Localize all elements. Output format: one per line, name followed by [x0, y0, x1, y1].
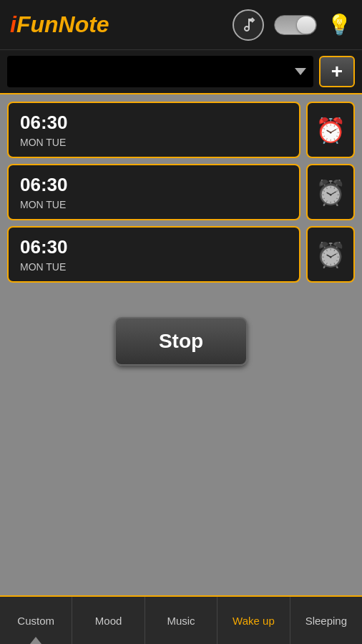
alarm-time-3: 06:30: [20, 236, 288, 258]
alarm-clock-icon-1: ⏰: [315, 116, 346, 145]
logo-i: i: [10, 11, 16, 37]
tab-custom-label: Custom: [17, 615, 54, 627]
alarm-item-1: 06:30 MON TUE ⏰: [7, 102, 355, 158]
app-logo: iFunNote: [10, 11, 109, 38]
bulb-icon[interactable]: 💡: [327, 13, 352, 36]
alarm-info-1[interactable]: 06:30 MON TUE: [7, 102, 300, 158]
dropdown-bar: +: [0, 50, 362, 94]
alarm-days-2: MON TUE: [20, 199, 288, 210]
alarm-clock-icon-2: ⏰: [315, 178, 346, 207]
tab-sleeping-label: Sleeping: [305, 615, 347, 627]
tab-mood-label: Mood: [95, 615, 122, 627]
tab-music[interactable]: Music: [145, 597, 217, 644]
alarm-days-3: MON TUE: [20, 261, 288, 273]
alarm-toggle-3[interactable]: ⏰: [306, 226, 355, 283]
alarm-days-1: MON TUE: [20, 137, 288, 148]
tab-music-label: Music: [167, 615, 195, 627]
header: iFunNote 💡: [0, 0, 362, 50]
toggle-switch[interactable]: [274, 15, 317, 35]
alarm-item-3: 06:30 MON TUE ⏰: [7, 226, 355, 283]
alarm-clock-icon-3: ⏰: [315, 240, 346, 269]
tab-custom[interactable]: Custom: [0, 597, 72, 644]
bottom-tabs: Custom Mood Music Wake up Sleeping: [0, 595, 362, 644]
song-dropdown[interactable]: [7, 56, 313, 87]
dropdown-arrow-icon: [295, 68, 306, 75]
alarm-time-2: 06:30: [20, 174, 288, 196]
tab-sleeping[interactable]: Sleeping: [290, 597, 362, 644]
header-icons: 💡: [233, 9, 352, 41]
tab-mood[interactable]: Mood: [72, 597, 145, 644]
alarm-info-2[interactable]: 06:30 MON TUE: [7, 164, 300, 220]
add-alarm-button[interactable]: +: [319, 56, 355, 87]
toggle-knob: [297, 16, 315, 34]
tab-wakeup[interactable]: Wake up: [217, 597, 290, 644]
alarm-info-3[interactable]: 06:30 MON TUE: [7, 226, 300, 283]
alarm-item-2: 06:30 MON TUE ⏰: [7, 164, 355, 220]
logo-rest: FunNote: [16, 11, 109, 37]
alarm-toggle-2[interactable]: ⏰: [306, 164, 355, 220]
alarms-list: 06:30 MON TUE ⏰ 06:30 MON TUE ⏰ 06:30 MO…: [0, 94, 362, 394]
tab-wakeup-label: Wake up: [233, 615, 275, 627]
stop-area: Stop: [7, 288, 355, 387]
music-repeat-icon[interactable]: [233, 9, 264, 41]
stop-button[interactable]: Stop: [114, 317, 248, 366]
alarm-toggle-1[interactable]: ⏰: [306, 102, 355, 158]
main-content: 06:30 MON TUE ⏰ 06:30 MON TUE ⏰ 06:30 MO…: [0, 94, 362, 597]
alarm-time-1: 06:30: [20, 112, 288, 134]
